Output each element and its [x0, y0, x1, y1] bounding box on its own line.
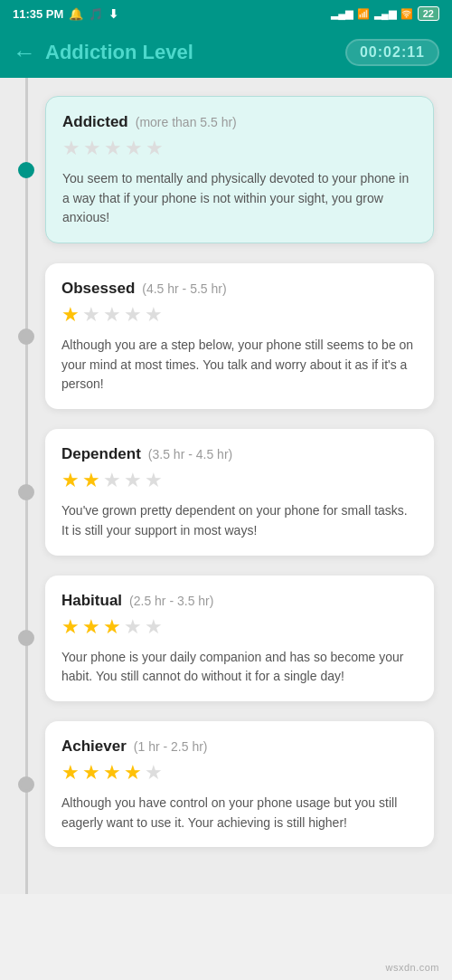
star-1: ★ [61, 615, 80, 639]
signal2-icon: ▂▄▆ [374, 8, 396, 20]
star-4: ★ [124, 615, 142, 639]
wifi2-icon: 🛜 [400, 8, 413, 20]
star-5: ★ [146, 137, 164, 160]
card-title-obsessed: Obsessed [61, 280, 135, 298]
page-title: Addiction Level [45, 41, 345, 64]
battery-display: 22 [418, 6, 439, 21]
content-area: Addicted (more than 5.5 hr) ★★★★★ You se… [0, 78, 452, 894]
timeline-dot-dependent [18, 484, 34, 500]
card-wrapper-dependent: Dependent (3.5 hr - 4.5 hr) ★★★★★ You've… [45, 429, 434, 555]
timeline-dot-habitual [18, 630, 34, 646]
star-2: ★ [82, 303, 100, 327]
card-header-obsessed: Obsessed (4.5 hr - 5.5 hr) [61, 280, 418, 298]
star-5: ★ [145, 303, 163, 327]
star-2: ★ [83, 137, 101, 160]
header: ← Addiction Level 00:02:11 [0, 27, 452, 78]
card-title-addicted: Addicted [62, 113, 128, 131]
star-1: ★ [61, 469, 80, 492]
card-desc-dependent: You've grown pretty dependent on your ph… [61, 501, 418, 540]
card-title-dependent: Dependent [61, 445, 141, 463]
star-4: ★ [124, 303, 142, 327]
status-right: ▂▄▆ 📶 ▂▄▆ 🛜 22 [331, 6, 439, 21]
timeline-dot-obsessed [18, 328, 34, 345]
card-header-habitual: Habitual (2.5 hr - 3.5 hr) [61, 592, 418, 610]
status-bar: 11:35 PM 🔔 🎵 ⬇ ▂▄▆ 📶 ▂▄▆ 🛜 22 [0, 0, 452, 27]
card-obsessed: Obsessed (4.5 hr - 5.5 hr) ★★★★★ Althoug… [45, 263, 434, 409]
stars-addicted: ★★★★★ [62, 137, 417, 160]
card-range-dependent: (3.5 hr - 4.5 hr) [148, 447, 232, 461]
wifi-icon: 📶 [357, 8, 370, 20]
star-2: ★ [82, 615, 100, 639]
card-achiever: Achiever (1 hr - 2.5 hr) ★★★★★ Although … [45, 721, 434, 847]
card-header-achiever: Achiever (1 hr - 2.5 hr) [61, 737, 418, 756]
star-5: ★ [145, 761, 163, 785]
card-habitual: Habitual (2.5 hr - 3.5 hr) ★★★★★ Your ph… [45, 576, 434, 701]
star-5: ★ [145, 469, 163, 492]
time-display: 11:35 PM [13, 7, 63, 21]
star-3: ★ [103, 303, 121, 327]
timeline-dot-achiever [18, 776, 34, 793]
star-2: ★ [82, 469, 100, 492]
star-3: ★ [104, 137, 122, 160]
star-4: ★ [124, 469, 142, 492]
star-2: ★ [82, 761, 100, 785]
card-header-dependent: Dependent (3.5 hr - 4.5 hr) [61, 445, 418, 463]
status-left: 11:35 PM 🔔 🎵 ⬇ [13, 7, 118, 21]
card-wrapper-addicted: Addicted (more than 5.5 hr) ★★★★★ You se… [45, 96, 434, 243]
card-addicted: Addicted (more than 5.5 hr) ★★★★★ You se… [45, 96, 434, 243]
star-5: ★ [145, 615, 163, 639]
watermark: wsxdn.com [385, 962, 439, 973]
card-wrapper-habitual: Habitual (2.5 hr - 3.5 hr) ★★★★★ Your ph… [45, 576, 434, 701]
stars-dependent: ★★★★★ [61, 469, 418, 492]
cards-container: Addicted (more than 5.5 hr) ★★★★★ You se… [45, 96, 434, 847]
card-range-obsessed: (4.5 hr - 5.5 hr) [142, 281, 226, 296]
star-3: ★ [103, 761, 121, 785]
star-1: ★ [62, 137, 80, 160]
star-3: ★ [103, 469, 121, 492]
star-4: ★ [124, 761, 142, 785]
card-desc-obsessed: Although you are a step below, your phon… [61, 336, 418, 395]
card-title-habitual: Habitual [61, 592, 122, 610]
card-header-addicted: Addicted (more than 5.5 hr) [62, 113, 417, 131]
card-wrapper-obsessed: Obsessed (4.5 hr - 5.5 hr) ★★★★★ Althoug… [45, 263, 434, 409]
star-1: ★ [61, 761, 80, 785]
stars-achiever: ★★★★★ [61, 761, 418, 785]
timer-badge: 00:02:11 [345, 39, 439, 66]
timeline-dot-addicted [18, 162, 34, 178]
card-desc-habitual: Your phone is your daily companion and h… [61, 648, 418, 687]
card-range-achiever: (1 hr - 2.5 hr) [134, 739, 208, 754]
stars-obsessed: ★★★★★ [61, 303, 418, 327]
card-desc-achiever: Although you have control on your phone … [61, 794, 418, 833]
card-desc-addicted: You seem to mentally and physically devo… [62, 169, 417, 228]
card-dependent: Dependent (3.5 hr - 4.5 hr) ★★★★★ You've… [45, 429, 434, 555]
download-icon: ⬇ [108, 7, 118, 21]
card-range-addicted: (more than 5.5 hr) [136, 115, 237, 129]
star-3: ★ [103, 615, 121, 639]
signal-icon: ▂▄▆ [331, 8, 353, 20]
card-title-achiever: Achiever [61, 737, 127, 756]
back-button[interactable]: ← [13, 41, 36, 64]
card-wrapper-achiever: Achiever (1 hr - 2.5 hr) ★★★★★ Although … [45, 721, 434, 847]
card-range-habitual: (2.5 hr - 3.5 hr) [129, 594, 213, 608]
spotify-icon: 🎵 [89, 7, 103, 21]
stars-habitual: ★★★★★ [61, 615, 418, 639]
star-4: ★ [125, 137, 143, 160]
star-1: ★ [61, 303, 80, 327]
notification-icon: 🔔 [69, 7, 83, 21]
